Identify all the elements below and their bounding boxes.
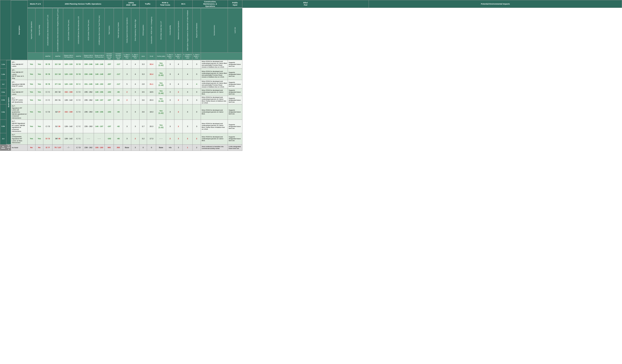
header-row-3: AM/PM AM/PM Range of AM & PM travel time…: [0, 53, 622, 60]
bike-2-2a: 3: [193, 104, 201, 120]
us16-corr-2-2b: 235 - 263: [83, 120, 94, 133]
ett-los-2-2b: C / D: [43, 120, 53, 133]
traffic-2-1a: Yes: [28, 89, 36, 96]
socio-2-3: Minor ROW for developed and undeveloped …: [201, 133, 228, 145]
construct-2-1b: 3: [166, 96, 174, 104]
row-acq-2-2b: 3.7: [139, 120, 147, 133]
col-total-crashes: Total Crashes: [105, 8, 114, 53]
desc-2-2a: DLT -Signalized RT Lanes (all quadrants)…: [11, 104, 28, 120]
safety-1-1b: Yes: [36, 69, 43, 80]
socio-1-1a: Minor ROW for developed and undeveloped …: [201, 60, 228, 69]
us16b-corr-2-2b: 140 - 157: [94, 120, 105, 133]
delay-1-2: 27 / 24: [53, 80, 63, 89]
us16-corr-2-2a: 235 - 263: [83, 104, 94, 120]
safety-nobuild: No: [36, 145, 43, 151]
int-los-2-1a: C / C: [74, 89, 83, 96]
stake-2-1b: 3: [183, 96, 193, 104]
stake-1-2: 4: [183, 80, 193, 89]
driver-1-1b: 4: [131, 69, 139, 80]
delay-nobuild: 75 / 137: [53, 145, 63, 151]
row-id-1-1a: 1.1a: [0, 60, 6, 69]
traffic-1-1a: Yes: [28, 60, 36, 69]
range-increase-2: + increase - decrease from No Build: [114, 53, 123, 60]
us16b-corr-1-1a: 140 - 149: [94, 60, 105, 69]
fatal-2-1b: -82: [114, 96, 123, 104]
table-row: 2.1b DLT -Free RT Lanes(all Quadrants) Y…: [0, 96, 622, 104]
stake-1-1a: 4: [183, 60, 193, 69]
fatal-nobuild: 355: [114, 145, 123, 151]
range-scale-6: 5 - Best 3 - Middle 1 - Poor: [193, 53, 201, 60]
ett-los-2-2a: C / D: [43, 104, 53, 120]
int-los-2-2b: C / C: [74, 120, 83, 133]
ett-los-1-1a: B / B: [43, 60, 53, 69]
fatal-1-1a: -117: [114, 60, 123, 69]
safety-1-2: Yes: [36, 80, 43, 89]
fatal-2-2b: -82: [114, 120, 123, 133]
desc-1-1b: SPI -Free NB/SB RT Lanes;EB RT lane at H…: [11, 69, 28, 80]
construct-2-2a: 3: [166, 104, 174, 120]
col-constructability: Constructability: [166, 8, 174, 53]
bike-1-2: 4: [193, 80, 201, 89]
table-row: 2.1a DLT -Free NB/SB RT Lanes Yes Yes C …: [0, 89, 622, 96]
driver-1-2: 4: [131, 80, 139, 89]
us16-corr-2-3: - - -: [83, 133, 94, 145]
us16-travel-2-2b: 139 - 142: [63, 120, 74, 133]
table-row: 1.1b SPI -Free NB/SB RT Lanes;EB RT lane…: [0, 69, 622, 80]
col-driver-expectancy: Driver Expectancy / Ability to Sign: [131, 8, 139, 53]
bike-2-3: 2: [193, 133, 201, 145]
crashes-2-3: -102: [105, 133, 114, 145]
crashes-2-2b: -157: [105, 120, 114, 133]
maint-1-2: 4: [174, 80, 183, 89]
row-acq-2-1b: 3.6: [139, 96, 147, 104]
us16-travel-1-2: 120 - 133: [63, 80, 74, 89]
closely-2-1a: 2: [123, 89, 131, 96]
crashes-1-2: -257: [105, 80, 114, 89]
traffic-1-2: Yes: [28, 80, 36, 89]
header-row-1: Description Meets P & N 2050 Planning Ho…: [0, 0, 622, 8]
crashes-2-2a: -102: [105, 104, 114, 120]
land-1-1b: Supports designated future land use.: [228, 69, 242, 80]
us16-travel-2-1b: 139 - 142: [63, 96, 74, 104]
desc-2-1a: DLT -Free NB/SB RT Lanes: [11, 89, 28, 96]
desc-nobuild: No Build: [11, 145, 28, 151]
stake-2-2a: 3: [183, 104, 193, 120]
fatal-1-1b: -117: [114, 69, 123, 80]
construct-2-3: 2: [166, 133, 174, 145]
row-acq-1-1b: 3.3: [139, 69, 147, 80]
comparison-table: Description Meets P & N 2050 Planning Ho…: [0, 0, 622, 151]
closely-nobuild: Base: [123, 145, 131, 151]
range-scale-4: 5 - Best 3 - Middle 1 - Poor: [174, 53, 183, 60]
traffic-1-1b: Yes: [28, 69, 36, 80]
closely-2-2a: 3: [123, 104, 131, 120]
int-los-1-1b: B / B: [74, 69, 83, 80]
construct-nobuild: n/a: [166, 145, 174, 151]
range-travel-3: Range of AM & PM travel time: [94, 53, 105, 60]
socio-2-2a: Minor ROW for developed and undeveloped …: [201, 104, 228, 120]
bca-2-1b: Yes (1.34): [156, 96, 166, 104]
main-table-container: Description Meets P & N 2050 Planning Ho…: [0, 0, 622, 151]
driver-2-1b: 3: [131, 96, 139, 104]
stake-2-3: 2: [183, 133, 193, 145]
stake-2-1a: 3: [183, 89, 193, 96]
int-los-nobuild: C / D: [74, 145, 83, 151]
closely-2-2b: 3: [123, 120, 131, 133]
col-intersection-los: US16/US16B/Catron Blvd Intersection LOS: [74, 8, 83, 53]
range-ampm-3: AM/PM: [74, 53, 83, 60]
construction-header: Construction,Maintenance, &Operations: [193, 0, 228, 8]
safety-header: Safety2026 - 2050: [123, 0, 139, 8]
bike-1-1b: 3: [193, 69, 201, 80]
const-row-2-1b: 20.3: [147, 96, 156, 104]
fatal-2-2a: -65: [114, 104, 123, 120]
construct-2-2b: 3: [166, 120, 174, 133]
range-scale-5: 5 - Greatest 3 - Middle 1 - Least: [183, 53, 193, 60]
safety-2-1a: Yes: [36, 89, 43, 96]
row-acq-nobuild: 0: [139, 145, 147, 151]
ett-los-2-1a: C / C: [43, 89, 53, 96]
delay-2-2b: 31/ 35: [53, 120, 63, 133]
desc-2-1b: DLT -Free RT Lanes(all Quadrants): [11, 96, 28, 104]
bca-2-2b: Yes (1.22): [156, 120, 166, 133]
us16-corr-2-1a: 235 - 262: [83, 89, 94, 96]
row-acq-2-3: 3.2: [139, 133, 147, 145]
col-fatal-injury: Fatal and Injury Crashes: [114, 8, 123, 53]
bike-2-2b: 3: [193, 120, 201, 133]
